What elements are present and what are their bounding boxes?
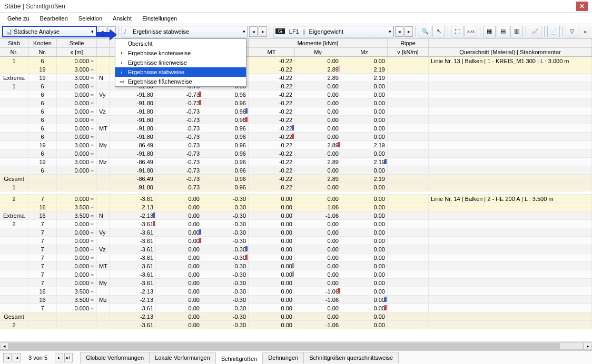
- dropdown-item[interactable]: /Ergebnisse linienweise: [115, 58, 246, 67]
- tab-nxt[interactable]: ▸: [55, 353, 63, 362]
- table-row[interactable]: 70.000≖Vy-3.610.00-0.300.000.000.00: [0, 228, 592, 237]
- table-row[interactable]: 60.000≖-91.80-0.730.96-0.220.000.00: [0, 166, 592, 175]
- col-my[interactable]: My: [295, 48, 341, 56]
- table-row[interactable]: 270.000≖-3.610.00-0.300.000.000.00: [0, 220, 592, 228]
- col-mz[interactable]: Mz: [341, 48, 388, 56]
- table2-icon[interactable]: ▤: [497, 26, 509, 37]
- scroll-left[interactable]: ◂: [0, 342, 8, 350]
- table-row[interactable]: 193.000≖My-86.49-0.730.96-0.222.892.19: [0, 141, 592, 149]
- tab[interactable]: Lokale Verformungen: [149, 352, 216, 363]
- table-row[interactable]: 70.000≖-3.610.00-0.300.000.000.00: [0, 304, 592, 312]
- menu-selection[interactable]: Selektion: [74, 14, 106, 23]
- col-querschnitt[interactable]: Querschnitt (Material) | Stabkommentar: [429, 48, 592, 56]
- table-row[interactable]: 60.000≖-91.80-0.730.96-0.220.000.00: [0, 99, 592, 107]
- menu-goto[interactable]: Gehe zu: [3, 14, 34, 23]
- tab-prev[interactable]: ◂: [13, 353, 21, 362]
- results-next[interactable]: ▸: [259, 26, 267, 37]
- table-row[interactable]: 193.000≖96-0.222.892.19: [0, 65, 592, 74]
- table1-icon[interactable]: ▦: [483, 26, 496, 37]
- scroll-right[interactable]: ▸: [584, 342, 592, 350]
- table-row[interactable]: 163.500≖Mz-2.130.00-0.300.00-1.060.00: [0, 296, 592, 304]
- col-mt[interactable]: MT: [249, 48, 295, 56]
- table-row[interactable]: Extrema163.500≖N-2.130.00-0.300.00-1.060…: [0, 211, 592, 220]
- col-stab[interactable]: Nr.: [0, 48, 28, 56]
- export-icon[interactable]: 📄: [547, 26, 560, 37]
- chevron-down-icon: ▾: [243, 29, 245, 34]
- analysis-icon: 📊: [5, 28, 12, 35]
- dropdown-item[interactable]: Übersicht: [115, 39, 246, 48]
- dropdown-item[interactable]: ▭Ergebnisse flächenweise: [115, 77, 246, 86]
- loadcase-code: LF1: [289, 28, 299, 35]
- close-button[interactable]: ✕: [576, 2, 588, 11]
- menubar: Gehe zu Bearbeiten Selektion Ansicht Ein…: [0, 13, 592, 24]
- table-row[interactable]: Gesamt-2.130.00-0.300.000.000.00: [0, 312, 592, 321]
- table-row[interactable]: Extrema193.000≖N-86.49-0.730.96-0.222.89…: [0, 74, 592, 82]
- table-row[interactable]: 70.000≖Vz-3.610.00-0.300.000.000.00: [0, 245, 592, 254]
- zoom-icon[interactable]: 🔍: [419, 26, 431, 37]
- footer: ◂ ▸ I◂ ◂ 3 von 5 ▸ ▸I Globale Verformung…: [0, 341, 592, 364]
- table-row[interactable]: 60.000≖-91.80-0.730.96-0.220.000.00: [0, 149, 592, 158]
- col-rippe[interactable]: v [kN/m]: [388, 48, 429, 56]
- tab[interactable]: Dehnungen: [262, 352, 304, 363]
- table-row[interactable]: 60.000≖Vz-91.80-0.730.96-0.220.000.00: [0, 107, 592, 116]
- results-combo[interactable]: / Ergebnisse stabweise ▾: [122, 26, 248, 37]
- loadcase-next[interactable]: ▸: [404, 26, 413, 37]
- tab-first[interactable]: I◂: [3, 353, 12, 362]
- col-momente-group: Momente [kNm]: [249, 39, 388, 47]
- menu-edit[interactable]: Bearbeiten: [36, 14, 72, 23]
- tab[interactable]: Schnittgrößen: [215, 352, 263, 364]
- extent-icon[interactable]: ⛶: [451, 26, 463, 37]
- loadcase-combo[interactable]: G LF1 | Eigengewicht ▾: [273, 26, 394, 37]
- loadcase-prev[interactable]: ◂: [395, 26, 403, 37]
- table-row[interactable]: 60.000≖Vy-91.80-0.730.96-0.220.000.00: [0, 90, 592, 99]
- table-row[interactable]: 193.000≖Mz-86.49-0.730.96-0.222.892.19: [0, 158, 592, 166]
- table-row[interactable]: 160.000≖96-0.220.000.00Linie Nr. 13 | Ba…: [0, 57, 592, 65]
- table-row[interactable]: 270.000≖-3.610.00-0.300.000.000.00Linie …: [0, 195, 592, 203]
- results-prev[interactable]: ◂: [249, 26, 258, 37]
- table-row[interactable]: 160.000≖-91.80-0.730.96-0.220.000.00: [0, 82, 592, 90]
- toolbar: 📊 Statische Analyse ▾ ◂ ▸ / Ergebnisse s…: [0, 24, 592, 39]
- table-row[interactable]: 70.000≖-3.610.00-0.300.000.000.00: [0, 254, 592, 262]
- menu-view[interactable]: Ansicht: [108, 14, 136, 23]
- tab[interactable]: Globale Verformungen: [80, 352, 150, 363]
- filter-icon[interactable]: ▽: [566, 26, 578, 37]
- analysis-combo[interactable]: 📊 Statische Analyse ▾: [2, 26, 97, 37]
- table-row[interactable]: 163.500≖-2.130.00-0.300.00-1.060.00: [0, 203, 592, 211]
- grid-body[interactable]: 160.000≖96-0.220.000.00Linie Nr. 13 | Ba…: [0, 57, 592, 349]
- table-row[interactable]: 70.000≖-3.610.00-0.300.000.000.00: [0, 237, 592, 245]
- table-row[interactable]: 163.500≖-2.130.00-0.300.00-1.060.00: [0, 287, 592, 296]
- select-icon[interactable]: ↖: [432, 26, 445, 37]
- table-row[interactable]: 70.000≖-3.610.00-0.300.000.000.00: [0, 270, 592, 279]
- menu-settings[interactable]: Einstellungen: [138, 14, 181, 23]
- table3-icon[interactable]: ▥: [510, 26, 523, 37]
- table-row[interactable]: Gesamt-86.49-0.730.96-0.222.892.19: [0, 175, 592, 183]
- dropdown-item-icon: •: [119, 50, 125, 56]
- table-row[interactable]: 70.000≖MT-3.610.00-0.300.000.000.00: [0, 262, 592, 270]
- chevron-down-icon: ▾: [91, 29, 94, 34]
- col-knoten[interactable]: Nr.: [28, 48, 57, 56]
- table-row[interactable]: 60.000≖MT-91.80-0.730.96-0.220.000.00: [0, 124, 592, 133]
- window-title: Stäbe | Schnittgrößen: [4, 3, 65, 10]
- col-rippe-group: Rippe: [388, 39, 429, 47]
- pager-info: 3 von 5: [24, 355, 52, 361]
- tab-last[interactable]: ▸I: [64, 353, 73, 362]
- horizontal-scrollbar[interactable]: ◂ ▸: [0, 341, 592, 350]
- col-stelle[interactable]: x [m]: [57, 48, 97, 56]
- table-row[interactable]: 60.000≖-91.80-0.730.96-0.220.000.00: [0, 133, 592, 141]
- table-row[interactable]: 2-3.610.00-0.300.00-1.060.00: [0, 321, 592, 329]
- chevron-down-icon: ▾: [389, 29, 391, 34]
- dropdown-item-icon: /: [119, 69, 125, 75]
- more-icon[interactable]: »: [580, 26, 590, 37]
- table-row[interactable]: 70.000≖My-3.610.00-0.300.000.000.00: [0, 279, 592, 287]
- table-row[interactable]: 1-91.80-0.730.96-0.220.000.00: [0, 183, 592, 191]
- dropdown-item[interactable]: •Ergebnisse knotenweise: [115, 48, 246, 58]
- tab[interactable]: Schnittgrößen querschnittsweise: [303, 352, 399, 363]
- callout-arrow-icon: [97, 29, 117, 41]
- results-icon: /: [124, 28, 131, 35]
- chart-icon[interactable]: 📈: [529, 26, 541, 37]
- table-row[interactable]: 60.000≖-91.80-0.730.96-0.220.000.00: [0, 116, 592, 124]
- dropdown-item[interactable]: /Ergebnisse stabweise: [115, 67, 246, 77]
- col-symbol[interactable]: [97, 48, 110, 56]
- results-dropdown: Übersicht•Ergebnisse knotenweise/Ergebni…: [115, 38, 246, 87]
- xxx-icon[interactable]: x.xx: [465, 26, 477, 37]
